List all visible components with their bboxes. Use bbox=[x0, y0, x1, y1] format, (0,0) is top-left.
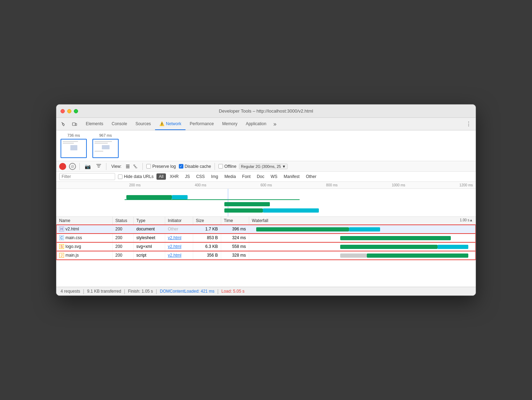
warning-icon: ⚠️ bbox=[159, 121, 164, 126]
tab-memory[interactable]: Memory bbox=[218, 118, 241, 130]
filter-other-btn[interactable]: Other bbox=[303, 173, 319, 180]
filter-js-btn[interactable]: JS bbox=[182, 173, 192, 180]
minimize-button[interactable] bbox=[67, 109, 71, 113]
status-cell: 200 bbox=[112, 251, 133, 260]
filter-ws-btn[interactable]: WS bbox=[268, 173, 280, 180]
size-cell: 853 B bbox=[193, 234, 221, 242]
waterfall-bar bbox=[349, 227, 380, 231]
table-row[interactable]: C main.css 200stylesheetv2.html853 B324 … bbox=[56, 234, 476, 242]
initiator-cell[interactable]: v2.html bbox=[165, 251, 193, 260]
filter-input-wrap bbox=[59, 173, 115, 180]
svg-rect-2 bbox=[126, 165, 130, 165]
time-cell: 324 ms bbox=[221, 234, 249, 242]
initiator-cell[interactable]: v2.html bbox=[165, 242, 193, 251]
filter-types: All XHR JS CSS Img Media Font Doc WS Man… bbox=[156, 173, 319, 180]
sort-arrow: 1.00 s▲ bbox=[460, 218, 473, 222]
close-button[interactable] bbox=[61, 109, 65, 113]
film-thumb-1[interactable]: 736 ms bbox=[61, 133, 87, 158]
initiator-cell[interactable]: v2.html bbox=[165, 234, 193, 242]
initiator-link[interactable]: v2.html bbox=[168, 253, 182, 258]
tab-performance[interactable]: Performance bbox=[186, 118, 218, 130]
file-icon: C bbox=[59, 235, 64, 240]
table-row[interactable]: S logo.svg 200svg+xmlv2.html6.3 KB558 ms bbox=[56, 242, 476, 251]
th-waterfall[interactable]: Waterfall 1.00 s▲ bbox=[249, 217, 476, 225]
devtools-window: Developer Tools – http://localhost:3000/… bbox=[56, 104, 476, 296]
filter-icon[interactable] bbox=[95, 163, 103, 170]
tabs-container: Elements Console Sources ⚠️ Network Perf… bbox=[82, 118, 464, 130]
file-name-text: v2.html bbox=[65, 227, 79, 231]
preserve-log-checkbox[interactable]: Preserve log bbox=[146, 164, 176, 169]
file-name-text: main.js bbox=[65, 253, 79, 258]
film-thumb-2[interactable]: 967 ms bbox=[92, 133, 119, 158]
throttle-select[interactable]: Regular 2G (300ms, 25 ▼ bbox=[239, 164, 287, 169]
transferred: 9.1 KB transferred bbox=[87, 289, 121, 294]
file-icon: H bbox=[59, 227, 64, 231]
table-header-row: Name Status Type Initiator Size Time Wat… bbox=[56, 217, 476, 225]
file-name-cell: H v2.html bbox=[59, 227, 110, 231]
clear-button[interactable]: ⊘ bbox=[69, 163, 76, 170]
device-toggle-icon[interactable] bbox=[70, 120, 79, 128]
inspect-icon[interactable] bbox=[59, 120, 68, 128]
tab-console[interactable]: Console bbox=[107, 118, 131, 130]
record-button[interactable] bbox=[59, 163, 66, 170]
initiator-cell: Other bbox=[165, 225, 193, 234]
ruler-mark-4: 1000 ms bbox=[392, 183, 405, 187]
filter-font-btn[interactable]: Font bbox=[240, 173, 253, 180]
waterfall-cell bbox=[249, 234, 476, 242]
tab-elements[interactable]: Elements bbox=[82, 118, 107, 130]
filter-media-btn[interactable]: Media bbox=[222, 173, 238, 180]
filter-bar: Hide data URLs All XHR JS CSS Img Media … bbox=[56, 172, 476, 182]
svg-rect-4 bbox=[126, 167, 130, 168]
type-cell: script bbox=[133, 251, 165, 260]
table-row[interactable]: J main.js 200scriptv2.html356 B328 ms bbox=[56, 251, 476, 260]
filmstrip: 736 ms 967 ms bbox=[56, 130, 476, 161]
waterfall-bar bbox=[256, 227, 349, 231]
requests-count: 4 requests bbox=[61, 289, 80, 294]
th-time[interactable]: Time bbox=[221, 217, 249, 225]
waterfall-bar bbox=[340, 253, 367, 258]
tab-sources[interactable]: Sources bbox=[131, 118, 155, 130]
ruler-mark-1: 400 ms bbox=[195, 183, 206, 187]
tree-view-icon[interactable] bbox=[132, 163, 139, 170]
filter-all-btn[interactable]: All bbox=[156, 173, 166, 180]
camera-icon[interactable]: 📷 bbox=[83, 163, 92, 170]
dom-content-loaded: DOMContentLoaded: 421 ms bbox=[160, 289, 215, 294]
ruler-marks: 200 ms 400 ms 600 ms 800 ms 1000 ms 1200… bbox=[129, 183, 473, 187]
tab-application[interactable]: Application bbox=[241, 118, 271, 130]
ruler-mark-0: 200 ms bbox=[129, 183, 141, 187]
tab-end: ⋮ bbox=[464, 118, 473, 130]
th-name[interactable]: Name bbox=[56, 217, 112, 225]
devtools-menu-icon[interactable]: ⋮ bbox=[464, 120, 473, 128]
hide-data-urls-checkbox[interactable]: Hide data URLs bbox=[118, 174, 154, 179]
filter-xhr-btn[interactable]: XHR bbox=[167, 173, 181, 180]
size-cell: 1.7 KB bbox=[193, 225, 221, 234]
more-tabs-button[interactable]: » bbox=[271, 118, 279, 130]
traffic-lights bbox=[61, 109, 78, 113]
filter-img-btn[interactable]: Img bbox=[209, 173, 220, 180]
maximize-button[interactable] bbox=[74, 109, 78, 113]
th-initiator[interactable]: Initiator bbox=[165, 217, 193, 225]
th-size[interactable]: Size bbox=[193, 217, 221, 225]
tab-network[interactable]: ⚠️ Network bbox=[155, 118, 186, 130]
filter-manifest-btn[interactable]: Manifest bbox=[281, 173, 302, 180]
filter-doc-btn[interactable]: Doc bbox=[254, 173, 267, 180]
svg-rect-0 bbox=[72, 123, 75, 126]
table-row[interactable]: H v2.html 200documentOther1.7 KB396 ms bbox=[56, 225, 476, 234]
time-cell: 558 ms bbox=[221, 242, 249, 251]
dom-content-loaded-line bbox=[125, 199, 300, 200]
th-type[interactable]: Type bbox=[133, 217, 165, 225]
filter-css-btn[interactable]: CSS bbox=[194, 173, 207, 180]
file-name-cell: J main.js bbox=[59, 253, 110, 258]
th-status[interactable]: Status bbox=[112, 217, 133, 225]
disable-cache-checkbox[interactable]: ✓ Disable cache bbox=[179, 164, 211, 169]
filter-input[interactable] bbox=[62, 174, 113, 179]
hide-data-urls-cb-box bbox=[118, 174, 122, 179]
list-view-icon[interactable] bbox=[124, 163, 131, 170]
initiator-link[interactable]: v2.html bbox=[168, 244, 182, 249]
waterfall-cell bbox=[249, 225, 476, 234]
size-cell: 6.3 KB bbox=[193, 242, 221, 251]
offline-checkbox[interactable]: Offline bbox=[218, 164, 236, 169]
wf-chart-bar-1-cyan bbox=[172, 195, 188, 199]
time-cell: 396 ms bbox=[221, 225, 249, 234]
initiator-link[interactable]: v2.html bbox=[168, 235, 182, 240]
